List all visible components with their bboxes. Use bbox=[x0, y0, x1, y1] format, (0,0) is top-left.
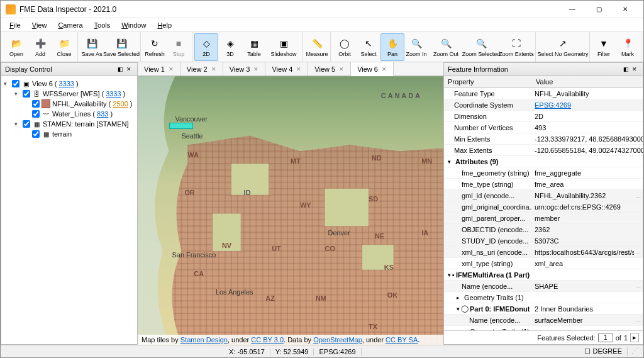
tab-view4[interactable]: View 4✕ bbox=[265, 62, 308, 76]
close-icon[interactable]: ✕ bbox=[296, 66, 301, 72]
tree-wfs[interactable]: ▾🗄WFSServer [WFS] ( 3333 ) bbox=[4, 89, 135, 99]
minimize-button[interactable]: — bbox=[559, 2, 586, 17]
ccsa-link[interactable]: CC BY SA bbox=[386, 336, 418, 344]
tab-view3[interactable]: View 3✕ bbox=[223, 62, 266, 76]
nav-buttons[interactable]: ▸ bbox=[630, 333, 639, 342]
close-icon[interactable]: ✕ bbox=[169, 66, 174, 72]
fi-attr-row[interactable]: gml_original_coordina...urn:ogc:def:crs:… bbox=[444, 201, 643, 213]
ellipsis-button[interactable]: ... bbox=[634, 249, 643, 255]
zoom-out-button[interactable]: 🔍Zoom Out bbox=[428, 33, 464, 61]
maximize-button[interactable]: ▢ bbox=[586, 2, 612, 17]
tree-stamen[interactable]: ▾▦STAMEN: terrain [STAMEN] bbox=[4, 119, 135, 129]
fi-attributes-header[interactable]: ▾Attributes (9) bbox=[444, 156, 643, 167]
tree-nfhl[interactable]: NFHL_Availability ( 2500 ) bbox=[4, 99, 135, 109]
slideshow-button[interactable]: ▣Slideshow bbox=[266, 33, 301, 61]
collapse-icon[interactable]: ▾ bbox=[14, 91, 21, 97]
zoom-extents-button[interactable]: ⛶Zoom Extents bbox=[499, 33, 534, 61]
menu-view[interactable]: View bbox=[27, 20, 52, 30]
root-checkbox[interactable] bbox=[12, 80, 19, 87]
open-button[interactable]: 📂Open bbox=[4, 33, 28, 61]
tab-view2[interactable]: View 2✕ bbox=[180, 62, 223, 76]
nfhl-count-link[interactable]: 2500 bbox=[113, 100, 128, 108]
panel-close-button[interactable]: ✕ bbox=[630, 65, 639, 74]
map-canvas[interactable]: CANADA Vancouver Seattle WA OR ID MT ND … bbox=[138, 76, 443, 345]
zoom-selected-button[interactable]: 🔍Zoom Selected bbox=[464, 33, 499, 61]
stamen-link[interactable]: Stamen Design bbox=[180, 336, 228, 344]
feature-index-input[interactable] bbox=[598, 333, 613, 342]
wfs-count-link[interactable]: 3333 bbox=[106, 90, 121, 98]
tree-root[interactable]: ▾▣View 6 ( 3333 ) bbox=[4, 79, 135, 89]
expand-icon[interactable]: ▸ bbox=[457, 294, 463, 301]
tree-water[interactable]: 〰Water_Lines ( 833 ) bbox=[4, 109, 135, 119]
add-button[interactable]: ➕Add bbox=[28, 33, 52, 61]
measure-button[interactable]: 📏Measure bbox=[305, 33, 329, 61]
panel-float-button[interactable]: ◧ bbox=[621, 65, 630, 74]
fi-row[interactable]: Dimension2D bbox=[444, 111, 643, 122]
statusbar-grip[interactable]: ⋰ bbox=[628, 347, 638, 355]
cc30-link[interactable]: CC BY 3.0 bbox=[251, 336, 284, 344]
fi-row[interactable]: Coordinate SystemEPSG:4269 bbox=[444, 99, 643, 111]
fi-row[interactable]: Max Extents-120.655855184, 49.0024743270… bbox=[444, 145, 643, 156]
menu-file[interactable]: File bbox=[4, 20, 26, 30]
menu-help[interactable]: Help bbox=[152, 20, 177, 30]
refresh-button[interactable]: ↻Refresh bbox=[143, 33, 167, 61]
close-window-button[interactable]: ✕ bbox=[612, 2, 638, 17]
fi-row[interactable]: Min Extents-123.333979217, 48.6256884930… bbox=[444, 133, 643, 145]
2d-button[interactable]: ◇2D bbox=[194, 33, 218, 61]
zoom-in-button[interactable]: 🔍Zoom In bbox=[404, 33, 428, 61]
select-button[interactable]: ↖Select bbox=[357, 33, 380, 61]
tree-terrain[interactable]: ▦terrain bbox=[4, 129, 135, 139]
fi-attr-row[interactable]: STUDY_ID (encode...53073C bbox=[444, 235, 643, 247]
filter-button[interactable]: ▼Filter bbox=[592, 33, 616, 61]
fi-multiarea[interactable]: ▾▪ IFMEMultiArea (1 Part) bbox=[444, 269, 643, 281]
panel-close-button[interactable]: ✕ bbox=[125, 65, 133, 74]
close-icon[interactable]: ✕ bbox=[253, 66, 258, 72]
collapse-icon[interactable]: ▾ bbox=[4, 81, 10, 87]
fi-attr-row[interactable]: OBJECTID (encode...2362 bbox=[444, 224, 643, 235]
nfhl-checkbox[interactable] bbox=[32, 100, 40, 108]
collapse-icon[interactable]: ▾ bbox=[448, 272, 451, 278]
fi-attr-row[interactable]: fme_type (string)fme_area bbox=[444, 179, 643, 190]
tab-view1[interactable]: View 1✕ bbox=[138, 62, 180, 76]
root-count-link[interactable]: 3333 bbox=[59, 80, 74, 87]
menu-window[interactable]: Window bbox=[116, 20, 151, 30]
3d-button[interactable]: ◈3D bbox=[218, 33, 242, 61]
tab-view6[interactable]: View 6✕ bbox=[351, 62, 394, 76]
water-count-link[interactable]: 833 bbox=[97, 110, 108, 118]
mark-button[interactable]: 📍Mark bbox=[616, 33, 640, 61]
fi-attr-row[interactable]: xml_ns_uri (encode...https:localhost:644… bbox=[444, 247, 643, 258]
fi-attr-row[interactable]: xml_type (string)xml_area bbox=[444, 258, 643, 269]
fi-row[interactable]: Number of Vertices493 bbox=[444, 122, 643, 133]
ellipsis-button[interactable]: ... bbox=[634, 317, 643, 323]
pan-button[interactable]: ✋Pan bbox=[380, 33, 404, 61]
menu-tools[interactable]: Tools bbox=[89, 20, 116, 30]
feature-info-body[interactable]: Property Value Feature TypeNFHL_Availabi… bbox=[444, 76, 643, 330]
menu-camera[interactable]: Camera bbox=[53, 20, 87, 30]
close-icon[interactable]: ✕ bbox=[382, 66, 387, 72]
save-as-button[interactable]: 💾Save As bbox=[80, 33, 104, 61]
water-checkbox[interactable] bbox=[32, 110, 40, 118]
panel-float-button[interactable]: ◧ bbox=[116, 65, 125, 74]
fi-row[interactable]: Feature TypeNFHL_Availability bbox=[444, 88, 643, 99]
collapse-icon[interactable]: ▾ bbox=[448, 159, 454, 165]
collapse-icon[interactable]: ▾ bbox=[457, 306, 460, 312]
table-button[interactable]: ▦Table bbox=[242, 33, 266, 61]
stamen-checkbox[interactable] bbox=[23, 120, 30, 128]
select-no-geometry-button[interactable]: ↗Select No Geometry bbox=[538, 33, 588, 61]
fi-attr-row[interactable]: fme_geometry (string)fme_aggregate bbox=[444, 167, 643, 179]
tab-view5[interactable]: View 5✕ bbox=[308, 62, 351, 76]
osm-link[interactable]: OpenStreetMap bbox=[313, 336, 362, 344]
ellipsis-button[interactable]: ... bbox=[634, 193, 643, 199]
collapse-icon[interactable]: ▾ bbox=[14, 121, 21, 127]
orbit-button[interactable]: ◯Orbit bbox=[333, 33, 357, 61]
close-icon[interactable]: ✕ bbox=[339, 66, 344, 72]
fi-attr-row[interactable]: gml_parent_proper...member bbox=[444, 213, 643, 224]
save-selected-button[interactable]: 💾Save Selected bbox=[104, 33, 139, 61]
fi-attr-row[interactable]: gml_id (encode...NFHL_Availability.2362.… bbox=[444, 190, 643, 201]
close-button[interactable]: 📁Close bbox=[52, 33, 76, 61]
wfs-checkbox[interactable] bbox=[23, 90, 30, 98]
close-icon[interactable]: ✕ bbox=[211, 66, 216, 72]
stop-button[interactable]: ■Stop bbox=[167, 33, 191, 61]
degree-toggle[interactable]: ☐ DEGREE bbox=[579, 347, 628, 355]
terrain-checkbox[interactable] bbox=[32, 130, 40, 138]
